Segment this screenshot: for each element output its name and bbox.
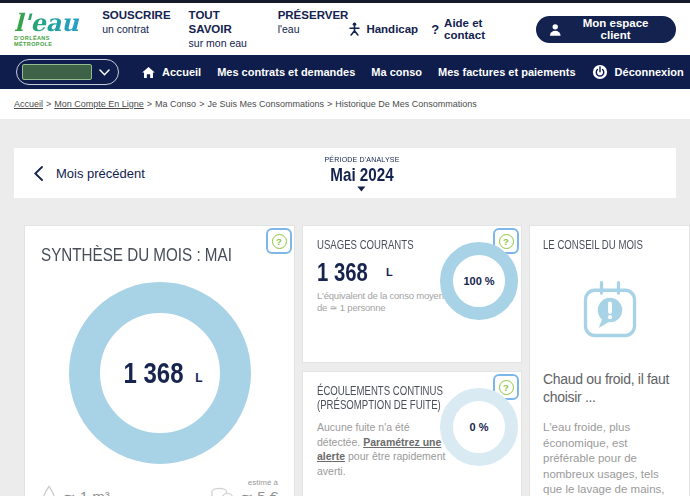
middle-column: ? USAGES COURANTS 1 368 L L'équivalent d… <box>302 225 522 496</box>
volume-stat: ≃ 1 m³ <box>41 485 110 496</box>
navbar-item-accueil[interactable]: Accueil <box>141 66 201 79</box>
usages-donut: 100 % <box>440 242 518 320</box>
usages-unit: L <box>386 266 393 278</box>
navbar-items: Accueil Mes contrats et demandes Ma cons… <box>141 66 576 79</box>
site-header: l'eau D'ORLÉANS MÉTROPOLE SOUSCRIRE un c… <box>0 3 690 55</box>
leaks-card: ? ÉCOULEMENTS CONTINUS (PRÉSOMPTION DE F… <box>302 371 522 496</box>
brand-logo[interactable]: l'eau D'ORLÉANS MÉTROPOLE <box>14 11 88 47</box>
breadcrumb-separator: > <box>199 99 204 109</box>
synthesis-help-button[interactable]: ? <box>266 228 292 254</box>
navbar-item-contrats[interactable]: Mes contrats et demandes <box>217 66 355 78</box>
navbar-label-contrats: Mes contrats et demandes <box>217 66 355 78</box>
logout-button[interactable]: Déconnexion <box>592 64 684 80</box>
nav-tout-savoir-sub: sur mon eau <box>189 37 260 50</box>
period-selector[interactable]: PÉRIODE D'ANALYSE Mai 2024 <box>319 155 404 192</box>
droplet-icon <box>41 485 57 496</box>
logout-label: Déconnexion <box>615 66 684 78</box>
advice-card: LE CONSEIL DU MOIS Chaud ou froid, il fa… <box>529 225 690 496</box>
breadcrumb: Accueil > Mon Compte En Ligne > Ma Conso… <box>0 89 690 119</box>
advice-body-1: L'eau froide, plus économique, est préfé… <box>543 420 676 496</box>
chevron-left-icon <box>34 166 43 181</box>
cost-value: ≃ 5 € <box>240 488 278 496</box>
breadcrumb-mon-compte[interactable]: Mon Compte En Ligne <box>54 99 144 109</box>
account-number-redacted <box>22 64 92 80</box>
cost-stat: estimé à ≃ 5 € <box>210 478 278 496</box>
nav-tout-savoir-title: TOUT SAVOIR <box>189 9 260 37</box>
nav-preserver-sub: l'eau <box>278 23 349 36</box>
usages-card: ? USAGES COURANTS 1 368 L L'équivalent d… <box>302 225 522 363</box>
breadcrumb-separator: > <box>46 99 51 109</box>
home-icon <box>141 66 156 79</box>
account-navbar: Accueil Mes contrats et demandes Ma cons… <box>0 55 690 89</box>
handicap-label: Handicap <box>366 23 418 35</box>
nav-tout-savoir[interactable]: TOUT SAVOIR sur mon eau <box>189 9 260 49</box>
nav-preserver[interactable]: PRÉSERVER l'eau <box>278 9 349 49</box>
synthesis-total-value: 1 368 <box>124 356 184 390</box>
leaks-donut: 0 % <box>440 388 518 466</box>
power-icon <box>592 64 608 80</box>
brand-logo-subtext: D'ORLÉANS MÉTROPOLE <box>14 36 88 47</box>
navbar-label-accueil: Accueil <box>162 66 201 78</box>
main-content: Mois précédent PÉRIODE D'ANALYSE Mai 202… <box>0 119 690 496</box>
brand-logo-text: l'eau <box>14 11 88 35</box>
handicap-link[interactable]: Handicap <box>348 22 418 36</box>
mon-espace-client-label: Mon espace client <box>568 17 663 41</box>
period-bar: Mois précédent PÉRIODE D'ANALYSE Mai 202… <box>14 148 676 198</box>
app-window: l'eau D'ORLÉANS MÉTROPOLE SOUSCRIRE un c… <box>0 0 690 496</box>
usages-percent: 100 % <box>463 275 494 287</box>
chevron-down-icon <box>99 69 110 76</box>
help-contact-link[interactable]: ? Aide et contact <box>431 17 523 41</box>
nav-souscrire[interactable]: SOUSCRIRE un contrat <box>102 9 170 49</box>
usages-subtitle: L'équivalent de la conso moyenne de ≃ 1 … <box>317 290 459 315</box>
usages-value: 1 368 <box>317 257 368 288</box>
nav-souscrire-title: SOUSCRIRE <box>102 9 170 23</box>
handicap-icon <box>348 22 361 36</box>
advice-title: LE CONSEIL DU MOIS <box>543 238 649 252</box>
synthesis-donut: 1 368 L <box>69 282 251 464</box>
breadcrumb-separator: > <box>327 99 332 109</box>
header-nav: SOUSCRIRE un contrat TOUT SAVOIR sur mon… <box>102 9 348 49</box>
mon-espace-client-button[interactable]: Mon espace client <box>536 16 676 43</box>
help-icon: ? <box>272 234 287 249</box>
nav-preserver-title: PRÉSERVER <box>278 9 349 23</box>
navbar-item-conso[interactable]: Ma conso <box>371 66 422 78</box>
breadcrumb-ma-conso: Ma Conso <box>155 99 196 109</box>
breadcrumb-historique: Historique De Mes Consommations <box>335 99 477 109</box>
navbar-label-conso: Ma conso <box>371 66 422 78</box>
nav-souscrire-sub: un contrat <box>102 23 170 36</box>
previous-month-button[interactable]: Mois précédent <box>34 166 145 181</box>
previous-month-label: Mois précédent <box>56 166 145 181</box>
volume-value: ≃ 1 m³ <box>63 488 110 496</box>
caret-down-icon <box>358 187 366 192</box>
help-contact-label: Aide et contact <box>444 17 523 41</box>
question-icon: ? <box>431 22 439 37</box>
synthesis-stats: ≃ 1 m³ estimé à ≃ 5 € <box>41 478 278 496</box>
synthesis-title: SYNTHÈSE DU MOIS : MAI <box>41 244 231 266</box>
synthesis-card: ? SYNTHÈSE DU MOIS : MAI 1 368 L ≃ <box>24 225 295 496</box>
leaks-percent: 0 % <box>470 421 489 433</box>
cost-estimate-label: estimé à <box>240 478 278 487</box>
header-right: Handicap ? Aide et contact Mon espace cl… <box>348 16 676 43</box>
advice-heading: Chaud ou froid, il faut choisir ... <box>543 370 676 406</box>
cards-row: ? SYNTHÈSE DU MOIS : MAI 1 368 L ≃ <box>24 225 690 496</box>
breadcrumb-separator: > <box>147 99 152 109</box>
user-icon <box>549 23 561 36</box>
period-value: Mai 2024 <box>327 164 395 186</box>
breadcrumb-je-suis-mes-consos: Je Suis Mes Consommations <box>207 99 324 109</box>
navbar-item-factures[interactable]: Mes factures et paiements <box>438 66 576 78</box>
navbar-label-factures: Mes factures et paiements <box>438 66 576 78</box>
leaks-text: Aucune fuite n'a été détectée. Paramétre… <box>317 420 453 479</box>
advice-calendar-icon <box>577 278 643 344</box>
breadcrumb-accueil[interactable]: Accueil <box>14 99 43 109</box>
period-analysis-label: PÉRIODE D'ANALYSE <box>324 155 399 164</box>
account-selector[interactable] <box>16 59 119 85</box>
coins-icon <box>210 486 234 496</box>
synthesis-total-unit: L <box>195 371 202 385</box>
